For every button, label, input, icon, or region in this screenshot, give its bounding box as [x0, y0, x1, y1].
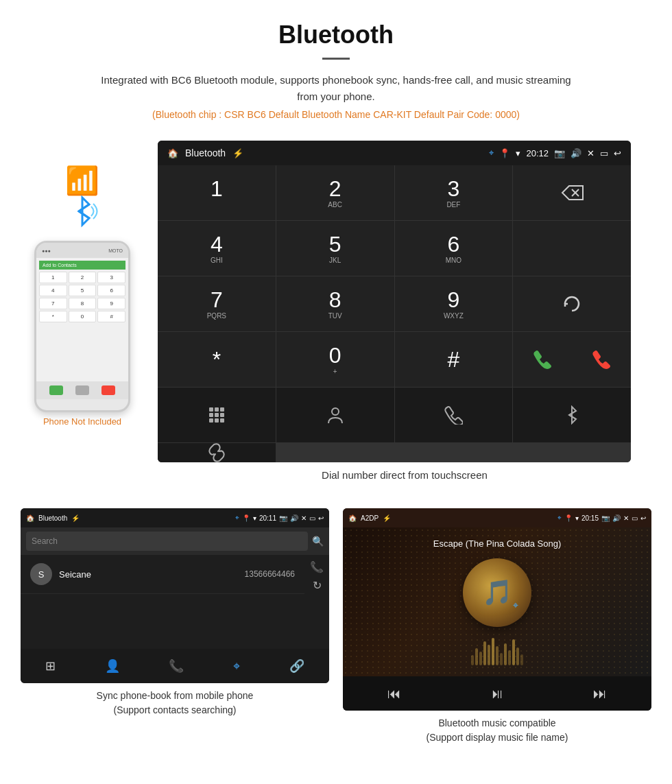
phone-dialpad: 1 2 3 4 5 6 7 8 9 * 0 # [39, 272, 125, 322]
pb-side-phone-icon[interactable]: 📞 [310, 560, 324, 573]
bluetooth-icon-area: 📶 [65, 167, 99, 238]
hangup-button[interactable] [572, 332, 631, 387]
nav-dialpad-icon[interactable] [158, 388, 276, 442]
dial-key-0[interactable]: 0 + [276, 332, 394, 387]
dial-key-3[interactable]: 3 DEF [395, 165, 513, 220]
dial-caption: Dial number direct from touchscreen [158, 469, 651, 481]
music-status-title: A2DP [361, 514, 379, 522]
music-main: Escape (The Pina Colada Song) 🎵 ⌖ [343, 527, 651, 676]
page-description: Integrated with BC6 Bluetooth module, su… [96, 72, 576, 105]
page-header: Bluetooth Integrated with BC6 Bluetooth … [0, 0, 672, 127]
phone-end-button [75, 385, 89, 395]
camera-icon[interactable]: 📷 [554, 148, 565, 158]
pb-close-icon[interactable]: ✕ [301, 514, 307, 522]
music-time: 20:15 [581, 514, 599, 522]
pb-empty-rows [21, 594, 304, 649]
dial-key-4[interactable]: 4 GHI [158, 221, 276, 276]
wifi-icon: ▾ [516, 148, 520, 158]
music-win-icon[interactable]: ▭ [632, 514, 638, 522]
dial-key-7[interactable]: 7 PQRS [158, 276, 276, 331]
pb-nav-link-icon[interactable]: 🔗 [289, 658, 304, 674]
nav-contacts-icon[interactable] [276, 388, 394, 442]
music-status-bar: 🏠 A2DP ⚡ ⌖ 📍 ▾ 20:15 📷 🔊 ✕ ▭ ↩ [343, 508, 651, 527]
svg-rect-2 [209, 407, 213, 412]
volume-icon[interactable]: 🔊 [571, 148, 581, 158]
window-icon[interactable]: ▭ [600, 148, 608, 158]
dial-refresh-button[interactable] [513, 276, 631, 331]
phone-section: 📶 ●●● MOTO Add to Contacts 1 2 [21, 161, 144, 427]
music-play-pause-button[interactable]: ⏯ [490, 686, 504, 702]
music-controls: ⏮ ⏯ ⏭ [343, 676, 651, 711]
pb-nav-bt-icon[interactable]: ⌖ [233, 659, 240, 674]
close-icon[interactable]: ✕ [587, 148, 595, 158]
pb-wifi-icon: ▾ [253, 514, 256, 522]
svg-rect-7 [220, 413, 224, 417]
pb-contact-row[interactable]: S Seicane 13566664466 [21, 555, 304, 594]
pb-back-icon[interactable]: ↩ [318, 514, 324, 522]
music-home-icon[interactable]: 🏠 [348, 514, 357, 522]
pb-vol-icon[interactable]: 🔊 [290, 514, 298, 522]
phone-not-included-label: Phone Not Included [43, 416, 121, 427]
music-back-icon[interactable]: ↩ [640, 514, 646, 522]
pb-side-refresh-icon[interactable]: ↻ [310, 579, 324, 592]
dial-key-9[interactable]: 9 WXYZ [395, 276, 513, 331]
phone-screen: Add to Contacts 1 2 3 4 5 6 7 8 9 * 0 # [36, 258, 128, 381]
music-usb-icon: ⚡ [383, 514, 391, 522]
phone-key-5: 5 [69, 285, 97, 296]
music-album-art: 🎵 ⌖ [463, 558, 531, 627]
dial-key-5[interactable]: 5 JKL [276, 221, 394, 276]
dial-key-6[interactable]: 6 MNO [395, 221, 513, 276]
phone-key-2: 2 [69, 272, 97, 283]
pb-win-icon[interactable]: ▭ [309, 514, 315, 522]
pb-search-input[interactable]: Search [26, 532, 308, 551]
phone-key-7: 7 [39, 298, 67, 309]
dial-key-hash[interactable]: # [395, 332, 513, 387]
pb-search-bar: Search 🔍 [21, 527, 329, 555]
dial-empty-1 [513, 221, 631, 276]
phone-call-button [49, 385, 63, 395]
pb-nav-user-icon[interactable]: 👤 [105, 658, 120, 674]
svg-rect-4 [220, 407, 224, 412]
bluetooth-waves-icon [65, 194, 99, 235]
svg-rect-10 [220, 418, 224, 423]
pb-search-icon[interactable]: 🔍 [312, 536, 324, 547]
dial-backspace-button[interactable] [513, 165, 631, 220]
dial-key-8[interactable]: 8 TUV [276, 276, 394, 331]
phonebook-screenshot: 🏠 Bluetooth ⚡ ⌖ 📍 ▾ 20:11 📷 🔊 ✕ ▭ ↩ [21, 508, 329, 683]
call-button[interactable] [513, 332, 572, 387]
bluetooth-status-icon: ⌖ [489, 147, 494, 158]
pb-contact-name: Seicane [59, 569, 245, 580]
pb-cam-icon[interactable]: 📷 [279, 514, 287, 522]
music-cam-icon[interactable]: 📷 [601, 514, 610, 522]
phone-key-star: * [39, 311, 67, 322]
back-icon[interactable]: ↩ [614, 148, 621, 158]
phone-hangup-button [101, 385, 115, 395]
nav-link-icon[interactable] [158, 443, 276, 462]
dial-key-1[interactable]: 1 - [158, 165, 276, 220]
music-next-button[interactable]: ⏭ [593, 686, 607, 702]
time-display: 20:12 [526, 148, 549, 158]
page-title: Bluetooth [14, 21, 658, 49]
dial-key-2[interactable]: 2 ABC [276, 165, 394, 220]
phone-key-0: 0 [69, 311, 97, 322]
status-left: 🏠 Bluetooth ⚡ [167, 147, 243, 158]
pb-contact-number: 13566664466 [245, 569, 295, 579]
music-section: 🏠 A2DP ⚡ ⌖ 📍 ▾ 20:15 📷 🔊 ✕ ▭ ↩ [343, 508, 651, 745]
music-prev-button[interactable]: ⏮ [387, 686, 401, 702]
pb-home-icon[interactable]: 🏠 [26, 514, 34, 522]
bluetooth-signal-icon: 📶 [65, 167, 99, 194]
dial-key-star[interactable]: * [158, 332, 276, 387]
svg-rect-8 [209, 418, 213, 423]
nav-bluetooth-icon[interactable] [513, 388, 631, 442]
phone-key-1: 1 [39, 272, 67, 283]
home-icon[interactable]: 🏠 [167, 148, 178, 158]
location-icon: 📍 [499, 148, 510, 158]
music-caption: Bluetooth music compatible (Support disp… [343, 716, 651, 745]
main-content: 📶 ●●● MOTO Add to Contacts 1 2 [0, 127, 672, 495]
pb-nav-grid-icon[interactable]: ⊞ [45, 658, 56, 674]
music-vol-icon[interactable]: 🔊 [612, 514, 621, 522]
nav-phone-icon[interactable] [395, 388, 513, 442]
pb-nav-call-icon[interactable]: 📞 [169, 658, 184, 674]
music-close-icon[interactable]: ✕ [623, 514, 629, 522]
music-loc-icon: 📍 [564, 514, 573, 522]
